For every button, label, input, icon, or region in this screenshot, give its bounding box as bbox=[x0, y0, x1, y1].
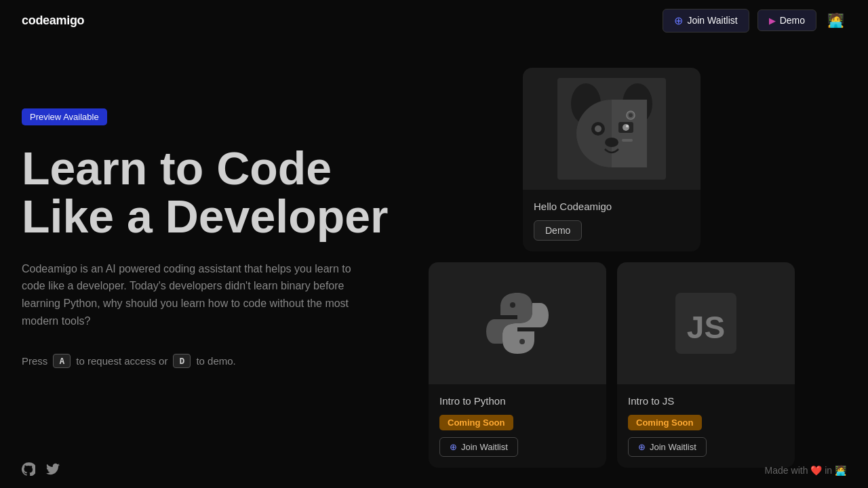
js-logo-svg: JS bbox=[665, 283, 747, 364]
js-card-title: Intro to JS bbox=[628, 395, 784, 407]
dog-mascot-svg bbox=[557, 78, 666, 180]
join-waitlist-button[interactable]: ⊕ Join Waitlist bbox=[663, 9, 749, 33]
plus-icon-js: ⊕ bbox=[638, 442, 646, 452]
hero-description: Codeamigo is an AI powered coding assist… bbox=[22, 260, 361, 329]
kbd-d: D bbox=[173, 354, 191, 368]
card-image-mascot bbox=[523, 68, 701, 190]
svg-point-11 bbox=[605, 138, 618, 147]
right-column: Hello Codeamigo Demo bbox=[429, 68, 795, 468]
card-body-top: Hello Codeamigo Demo bbox=[523, 190, 701, 251]
js-card-image: JS bbox=[617, 262, 795, 384]
plus-icon-python: ⊕ bbox=[450, 442, 457, 452]
python-coming-soon-badge: Coming Soon bbox=[439, 415, 513, 430]
svg-point-16 bbox=[510, 302, 515, 308]
python-card: Intro to Python Coming Soon ⊕ Join Waitl… bbox=[429, 262, 606, 468]
hero-title: Learn to Code Like a Developer bbox=[22, 144, 401, 241]
python-card-title: Intro to Python bbox=[439, 395, 595, 407]
header-actions: ⊕ Join Waitlist ▶ Demo 🧑‍💻 bbox=[663, 9, 846, 33]
js-card-actions: Coming Soon ⊕ Join Waitlist bbox=[628, 415, 784, 457]
kbd-a: A bbox=[53, 354, 71, 368]
svg-point-10 bbox=[626, 125, 629, 127]
js-coming-soon-badge: Coming Soon bbox=[628, 415, 702, 430]
card-title-top: Hello Codeamigo bbox=[534, 201, 690, 212]
js-card: JS Intro to JS Coming Soon ⊕ Join Waitli… bbox=[617, 262, 795, 468]
top-card-row: Hello Codeamigo Demo bbox=[429, 68, 795, 251]
heart-icon: ❤️ bbox=[810, 465, 825, 476]
footer-right: Made with ❤️ in 🧑‍💻 bbox=[765, 465, 846, 476]
keyboard-hint: Press A to request access or D to demo. bbox=[22, 354, 401, 368]
footer: Made with ❤️ in 🧑‍💻 bbox=[0, 453, 868, 488]
svg-rect-12 bbox=[622, 139, 633, 142]
bottom-card-row: Intro to Python Coming Soon ⊕ Join Waitl… bbox=[429, 262, 795, 468]
svg-point-7 bbox=[595, 125, 601, 132]
svg-rect-4 bbox=[612, 100, 647, 167]
card-actions-top: Demo bbox=[534, 220, 690, 241]
avatar[interactable]: 🧑‍💻 bbox=[825, 9, 846, 31]
svg-text:JS: JS bbox=[687, 310, 725, 345]
location-icon: 🧑‍💻 bbox=[835, 465, 846, 476]
python-card-actions: Coming Soon ⊕ Join Waitlist bbox=[439, 415, 595, 457]
svg-point-17 bbox=[519, 339, 525, 344]
preview-badge: Preview Available bbox=[22, 108, 107, 125]
python-logo-svg bbox=[477, 283, 558, 364]
left-column: Preview Available Learn to Code Like a D… bbox=[22, 68, 401, 468]
svg-point-14 bbox=[629, 113, 633, 117]
play-icon: ▶ bbox=[769, 16, 776, 26]
demo-header-button[interactable]: ▶ Demo bbox=[757, 9, 816, 31]
footer-left bbox=[22, 462, 60, 479]
github-icon[interactable] bbox=[22, 462, 35, 479]
main-content: Preview Available Learn to Code Like a D… bbox=[0, 41, 868, 468]
twitter-icon[interactable] bbox=[46, 462, 60, 479]
header: codeamigo ⊕ Join Waitlist ▶ Demo 🧑‍💻 bbox=[0, 0, 868, 41]
logo: codeamigo bbox=[22, 14, 84, 28]
python-card-image bbox=[429, 262, 606, 384]
hello-codeamigo-card: Hello Codeamigo Demo bbox=[523, 68, 701, 251]
demo-card-button[interactable]: Demo bbox=[534, 220, 582, 241]
plus-icon: ⊕ bbox=[674, 14, 683, 27]
svg-point-9 bbox=[623, 124, 629, 131]
